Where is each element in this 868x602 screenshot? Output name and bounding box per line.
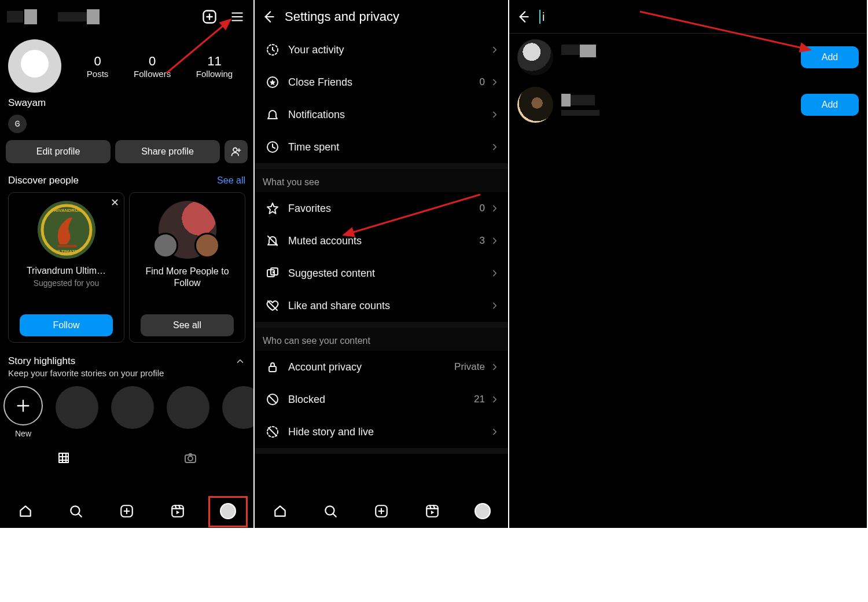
discover-card-name: Trivandrum Ultim… bbox=[13, 266, 119, 276]
create-icon[interactable] bbox=[201, 9, 218, 25]
chevron-right-icon bbox=[490, 45, 500, 55]
row-hide-story[interactable]: Hide story and live bbox=[255, 416, 508, 448]
chevron-up-icon[interactable] bbox=[235, 356, 245, 366]
svg-text:TRIVANDRUM: TRIVANDRUM bbox=[51, 208, 82, 213]
chevron-right-icon bbox=[490, 268, 500, 278]
chevron-right-icon bbox=[490, 77, 500, 87]
nav-home[interactable] bbox=[267, 498, 293, 524]
search-result-row[interactable]: Add bbox=[509, 34, 867, 81]
discover-seeall-link[interactable]: See all bbox=[217, 175, 245, 186]
row-time-spent[interactable]: Time spent bbox=[255, 131, 508, 163]
story-highlight-placeholder bbox=[167, 386, 209, 429]
nav-create[interactable] bbox=[114, 498, 139, 524]
profile-display-name: Swayam bbox=[0, 93, 253, 112]
search-input[interactable]: i bbox=[539, 10, 545, 24]
chevron-right-icon bbox=[490, 142, 500, 152]
notifications-icon bbox=[263, 108, 282, 122]
likes-icon bbox=[263, 299, 282, 313]
threads-badge[interactable] bbox=[8, 115, 27, 133]
nav-reels[interactable] bbox=[165, 498, 190, 524]
discover-card-name: Find More People to Follow bbox=[134, 266, 240, 289]
row-your-activity[interactable]: Your activity bbox=[255, 34, 508, 66]
nav-profile[interactable] bbox=[470, 498, 495, 524]
row-blocked[interactable]: Blocked 21 bbox=[255, 383, 508, 416]
row-likes[interactable]: Like and share counts bbox=[255, 289, 508, 322]
profile-topbar bbox=[0, 0, 253, 34]
story-highlights-row[interactable]: New bbox=[0, 384, 253, 442]
discover-people-button[interactable] bbox=[225, 140, 248, 163]
chevron-right-icon bbox=[490, 394, 500, 405]
menu-icon[interactable] bbox=[229, 9, 245, 25]
back-icon[interactable] bbox=[260, 9, 277, 25]
row-suggested[interactable]: Suggested content bbox=[255, 257, 508, 289]
nav-profile[interactable] bbox=[215, 498, 241, 524]
stat-posts[interactable]: 0 Posts bbox=[87, 54, 109, 79]
see-all-button[interactable]: See all bbox=[141, 314, 234, 336]
chevron-right-icon bbox=[490, 300, 500, 311]
muted-icon bbox=[263, 234, 282, 248]
discover-card[interactable]: Find More People to Follow See all bbox=[129, 192, 245, 343]
back-icon[interactable] bbox=[515, 9, 531, 25]
discover-avatar: TRIVANDRUM ULTIMATE bbox=[38, 201, 95, 259]
section-header: Who can see your content bbox=[255, 328, 508, 351]
bottom-nav bbox=[0, 494, 253, 528]
add-button[interactable]: Add bbox=[801, 46, 859, 68]
story-highlights-sub: Keep your favorite stories on your profi… bbox=[0, 368, 253, 384]
stat-followers[interactable]: 0 Followers bbox=[134, 54, 171, 79]
closefriends-icon bbox=[263, 75, 282, 89]
discover-carousel[interactable]: ✕ TRIVANDRUM ULTIMATE Trivandrum Ultim… … bbox=[0, 192, 253, 353]
discover-card[interactable]: ✕ TRIVANDRUM ULTIMATE Trivandrum Ultim… … bbox=[8, 192, 124, 343]
nav-create[interactable] bbox=[369, 498, 394, 524]
chevron-right-icon bbox=[490, 427, 500, 437]
nav-home[interactable] bbox=[13, 498, 38, 524]
search-results: Add Add bbox=[509, 34, 867, 129]
discover-title: Discover people bbox=[8, 175, 79, 186]
tab-grid[interactable] bbox=[0, 445, 127, 465]
profile-screen: 0 Posts 0 Followers 11 Following Swayam … bbox=[0, 0, 255, 528]
settings-topbar: Settings and privacy bbox=[255, 0, 508, 34]
bottom-nav bbox=[255, 494, 508, 528]
search-result-row[interactable]: Add bbox=[509, 81, 867, 129]
nav-search[interactable] bbox=[318, 498, 343, 524]
row-notifications[interactable]: Notifications bbox=[255, 98, 508, 131]
follow-button[interactable]: Follow bbox=[20, 314, 113, 336]
close-icon[interactable]: ✕ bbox=[111, 196, 119, 209]
story-highlight-placeholder bbox=[222, 386, 253, 429]
stat-following[interactable]: 11 Following bbox=[196, 54, 233, 79]
chevron-right-icon bbox=[490, 109, 500, 120]
profile-avatar-icon bbox=[475, 503, 491, 519]
story-highlight-placeholder bbox=[56, 386, 98, 429]
settings-list: Your activity Close Friends 0 Notificati… bbox=[255, 34, 508, 454]
settings-screen: Settings and privacy Your activity Close… bbox=[255, 0, 509, 528]
timespent-icon bbox=[263, 140, 282, 154]
username-dropdown[interactable] bbox=[7, 9, 100, 24]
row-account-privacy[interactable]: Account privacy Private bbox=[255, 351, 508, 383]
tab-tagged[interactable] bbox=[127, 445, 253, 465]
chevron-right-icon bbox=[490, 236, 500, 246]
discover-card-sub: Suggested for you bbox=[34, 278, 100, 288]
nav-reels[interactable] bbox=[420, 498, 445, 524]
hidestory-icon bbox=[263, 425, 282, 439]
page-title: Settings and privacy bbox=[285, 9, 399, 24]
result-fullname-redacted bbox=[561, 110, 599, 116]
lock-icon bbox=[263, 360, 282, 374]
row-muted[interactable]: Muted accounts 3 bbox=[255, 225, 508, 257]
share-profile-button[interactable]: Share profile bbox=[115, 140, 220, 163]
favorites-search-screen: i Add Add bbox=[509, 0, 867, 528]
favorites-icon bbox=[263, 201, 282, 215]
story-highlight-placeholder bbox=[111, 386, 154, 429]
activity-icon bbox=[263, 43, 282, 57]
profile-header: 0 Posts 0 Followers 11 Following bbox=[0, 34, 253, 93]
story-new-button[interactable]: New bbox=[3, 386, 43, 438]
section-header: What you see bbox=[255, 169, 508, 192]
add-button[interactable]: Add bbox=[801, 94, 859, 116]
row-favorites[interactable]: Favorites 0 bbox=[255, 192, 508, 225]
story-highlights-title: Story highlights bbox=[8, 355, 75, 367]
row-close-friends[interactable]: Close Friends 0 bbox=[255, 66, 508, 98]
edit-profile-button[interactable]: Edit profile bbox=[6, 140, 111, 163]
svg-text:ULTIMATE: ULTIMATE bbox=[55, 249, 78, 254]
blocked-icon bbox=[263, 392, 282, 406]
result-avatar bbox=[517, 87, 553, 123]
nav-search[interactable] bbox=[63, 498, 89, 524]
profile-avatar[interactable] bbox=[8, 39, 61, 93]
